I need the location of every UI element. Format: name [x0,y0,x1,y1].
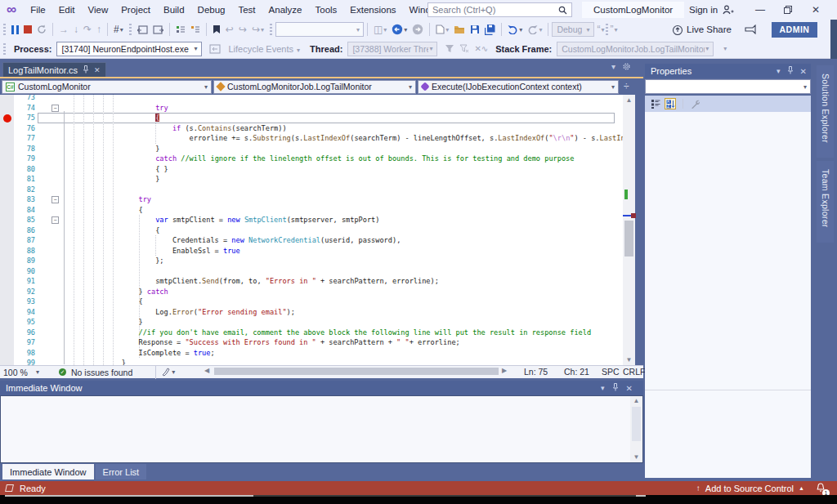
menu-test[interactable]: Test [231,0,262,20]
project-dropdown[interactable]: C# CustomLogMonitor▾ [2,80,212,94]
open-folder-button[interactable] [451,21,468,38]
overflow-button[interactable]: ◫▾ [371,21,389,38]
notifications-bell[interactable]: 1 [816,483,826,494]
sign-in-button[interactable]: Sign in [689,0,734,20]
properties-close-icon[interactable]: ✕ [800,67,807,76]
properties-content[interactable] [645,112,811,478]
pause-button[interactable] [9,21,21,38]
filter-threads-button[interactable] [442,41,457,57]
code-line[interactable]: 90 [0,266,623,277]
restart-button[interactable] [34,21,49,38]
code-line[interactable]: 95 } [0,317,623,328]
restore-button[interactable] [774,0,802,20]
property-pages-button[interactable] [690,98,701,109]
tab-error-list[interactable]: Error List [96,464,147,479]
filter-frames-button[interactable] [457,41,472,57]
menu-extensions[interactable]: Extensions [343,0,402,20]
minimize-button[interactable]: — [746,0,774,20]
code-line[interactable]: 74 try [0,103,623,114]
editor-dropdown-icon[interactable]: ▾ [611,62,615,73]
immediate-window-content[interactable] [0,395,643,463]
code-line[interactable]: 91 smtpClient.Send(from, to, "Errors in … [0,276,623,287]
debugrow-overflow[interactable]: ▾ [720,41,729,57]
code-cleanup-button[interactable]: ▾ [159,364,177,381]
code-line[interactable]: 97 Response = "Success with Errors found… [0,337,623,348]
editor-vertical-scrollbar[interactable]: ▲ ▼ [623,95,635,365]
code-line[interactable]: 87 Credentials = new NetworkCredential(u… [0,235,623,246]
show-next-statement-button[interactable]: → [56,21,71,38]
hscroll-left-arrow[interactable]: ◀ [204,367,209,374]
immediate-close-icon[interactable]: ✕ [626,384,633,393]
code-line[interactable]: 89 }; [0,256,623,266]
code-line[interactable]: 96 //if you don't have email, comment th… [0,328,623,338]
navigate-window2-button[interactable] [150,21,166,38]
process-info-button[interactable] [207,41,223,57]
code-line[interactable]: 98 IsComplete = true; [0,348,623,359]
code-line[interactable]: 88 EnableSsl = true [0,246,623,256]
feedback-button[interactable] [742,21,759,38]
code-line[interactable]: 78 } [0,144,623,154]
step-into-button[interactable]: ↓ [71,21,81,38]
next-bookmark-button[interactable]: ↪ [236,21,249,38]
editor-gear-icon[interactable] [622,62,631,73]
menu-tools[interactable]: Tools [308,0,343,20]
tab-solution-explorer[interactable]: Solution Explorer [817,65,834,158]
stack-frame-combobox[interactable]: CustomLogMonitorJob.LogTailMonitor.Ex▾ [557,42,714,56]
code-line[interactable]: 77 errorline += s.Substring(s.LastIndexO… [0,133,623,144]
code-line[interactable]: 80 { } [0,164,623,175]
menu-project[interactable]: Project [114,0,157,20]
split-editor-handle[interactable]: ÷ [624,81,629,92]
list-members-button[interactable] [173,21,188,38]
menu-view[interactable]: View [81,0,114,20]
attach-to-process-button[interactable]: #▾ [111,21,126,38]
tab-team-explorer[interactable]: Team Explorer [817,161,834,243]
categorized-button[interactable] [650,98,661,109]
properties-object-combobox[interactable]: ▾ [645,79,811,94]
properties-dropdown-icon[interactable]: ▾ [777,67,781,75]
code-line[interactable]: 83 try [0,194,623,205]
code-line[interactable]: 86 { [0,225,623,236]
debug-target-combobox[interactable]: Debug▾ [552,22,594,37]
code-line[interactable]: 92 } catch [0,287,623,297]
immediate-window-titlebar[interactable]: Immediate Window [0,381,643,395]
code-line[interactable]: 79 catch //will ignore if the linelength… [0,154,623,164]
stop-debugging-button[interactable] [21,21,34,38]
toolbar-grip[interactable] [3,24,6,35]
clear-bookmarks-button[interactable]: ↪▾ [249,21,266,38]
menu-file[interactable]: File [24,0,52,20]
process-combobox[interactable]: [31740] NeuronEndpointHost.exe▾ [56,42,202,56]
step-out-button[interactable]: ↑ [94,21,104,38]
code-editor[interactable]: −−− 7374 try75 {76 if (s.Contains(search… [0,95,623,365]
menu-build[interactable]: Build [157,0,191,20]
toggle-flagged-button[interactable]: ✕∿ [472,41,490,57]
new-file-button[interactable]: ▾ [433,21,451,38]
lifecycle-events-dropdown[interactable]: Lifecycle Events ▾ [228,44,300,54]
code-line[interactable]: 85 var smtpClient = new SmtpClient(smtps… [0,215,623,225]
hscroll-thumb[interactable] [214,368,499,375]
bookmark-button[interactable] [210,21,223,38]
code-line[interactable]: 76 if (s.Contains(searchTerm)) [0,123,623,134]
search-input[interactable]: Search (Ctrl+Q) [427,2,572,17]
code-line[interactable]: 93 { [0,297,623,307]
zoom-selector[interactable]: 100 %▾ [0,368,43,377]
parameter-info-button[interactable] [188,21,203,38]
code-line[interactable]: 94 Log.Error("Error sending email"); [0,307,623,318]
immediate-scrollbar[interactable]: ▲ ▼ [630,396,642,462]
member-dropdown[interactable]: Execute(IJobExecutionContext context)▾ [418,80,619,94]
toolbar-options-button[interactable]: “▾”▾ [594,21,620,38]
alphabetical-button[interactable]: AZ [665,98,676,109]
pin-tab-icon[interactable] [83,65,89,75]
code-line[interactable]: 73 [0,95,623,103]
tab-logtailmonitor[interactable]: LogTailMonitor.cs ✕ [2,62,106,77]
toolbar-combobox[interactable]: ▾ [275,22,364,37]
type-dropdown[interactable]: CustomLogMonitorJob.LogTailMonitor▾ [213,80,416,94]
redo-button[interactable]: ▾ [525,21,544,38]
code-line[interactable]: 99 } [0,358,623,365]
menu-debug[interactable]: Debug [191,0,232,20]
navigate-window-button[interactable] [135,21,150,38]
code-line[interactable]: 75 { [0,113,623,123]
issues-status[interactable]: No issues found [71,368,132,377]
code-line[interactable]: 82 [0,185,623,195]
properties-pin-icon[interactable] [787,66,794,76]
undo-button[interactable]: ▾ [505,21,525,38]
